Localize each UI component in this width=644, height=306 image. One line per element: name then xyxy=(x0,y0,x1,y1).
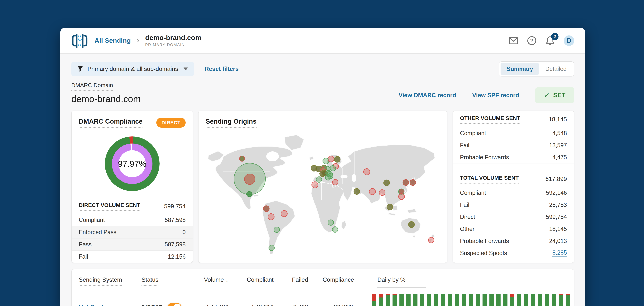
daily-bars-chart xyxy=(354,293,570,306)
origin-dot[interactable] xyxy=(354,188,360,194)
origin-dot[interactable] xyxy=(332,179,338,185)
origin-dot[interactable] xyxy=(408,222,414,228)
origin-dot[interactable] xyxy=(384,180,390,186)
volume-row[interactable]: Suspected Spoofs8,285 xyxy=(453,247,574,259)
help-icon[interactable]: ? xyxy=(527,36,536,45)
origin-dot[interactable] xyxy=(312,182,318,188)
daily-bar[interactable] xyxy=(545,294,549,306)
daily-bar[interactable] xyxy=(552,294,556,306)
daily-bar[interactable] xyxy=(476,294,480,306)
origin-dot[interactable] xyxy=(369,188,376,195)
col-failed[interactable]: Failed xyxy=(274,277,308,283)
tab-detailed[interactable]: Detailed xyxy=(539,63,573,75)
origin-dot[interactable] xyxy=(428,237,434,243)
col-compliance[interactable]: Compliance xyxy=(308,277,354,283)
daily-bar[interactable] xyxy=(455,294,459,306)
toggle-knob xyxy=(174,304,181,306)
origin-dot[interactable] xyxy=(410,179,416,185)
daily-bar[interactable] xyxy=(392,294,397,306)
map-greenland xyxy=(285,135,304,150)
origins-card-header: Sending Origins xyxy=(198,111,447,128)
daily-bar[interactable] xyxy=(441,294,445,306)
col-daily-by-pct[interactable]: Daily by % xyxy=(354,277,567,288)
breadcrumb-all-sending[interactable]: All Sending xyxy=(94,37,131,44)
daily-bar[interactable] xyxy=(427,294,431,306)
origin-dot[interactable] xyxy=(328,156,334,162)
volume-row: Fail25,753 xyxy=(453,199,574,211)
daily-bar[interactable] xyxy=(469,294,473,306)
dmarc-set-badge: ✓ SET xyxy=(535,87,574,103)
origin-dot[interactable] xyxy=(398,194,404,200)
daily-bar[interactable] xyxy=(448,294,452,306)
daily-bar[interactable] xyxy=(379,294,383,306)
map-new-guinea xyxy=(407,209,417,213)
origin-dot[interactable] xyxy=(364,168,370,175)
view-dmarc-record-link[interactable]: View DMARC record xyxy=(399,92,456,99)
daily-bar[interactable] xyxy=(510,294,514,306)
origin-dot[interactable] xyxy=(240,156,245,161)
daily-bar[interactable] xyxy=(462,294,466,306)
origin-dot[interactable] xyxy=(403,179,409,185)
origin-dot[interactable] xyxy=(387,204,393,210)
daily-bar[interactable] xyxy=(496,294,500,306)
daily-bar[interactable] xyxy=(538,294,542,306)
svg-text:?: ? xyxy=(530,38,534,43)
origin-dot[interactable] xyxy=(330,165,336,171)
origin-dot[interactable] xyxy=(281,211,288,217)
daily-bar[interactable] xyxy=(372,294,376,306)
chevron-down-icon xyxy=(184,67,188,70)
volume-panel-card: OTHER VOLUME SENT18,145Compliant4,548Fai… xyxy=(452,111,574,263)
avatar[interactable]: D xyxy=(564,35,574,46)
daily-bar[interactable] xyxy=(413,294,418,306)
daily-bar[interactable] xyxy=(400,294,404,306)
daily-bar[interactable] xyxy=(386,294,390,306)
origin-dot[interactable] xyxy=(334,156,340,162)
daily-bar[interactable] xyxy=(406,294,410,306)
daily-bar[interactable] xyxy=(490,294,494,306)
notifications-bell-icon[interactable]: 2 xyxy=(545,36,555,45)
origin-dot[interactable] xyxy=(274,227,280,232)
origin-dot[interactable] xyxy=(269,245,274,251)
status-toggle[interactable] xyxy=(168,303,182,306)
domain-filter-dropdown[interactable]: Primary domain & all sub-domains xyxy=(71,62,194,76)
daily-bar[interactable] xyxy=(482,294,487,306)
direct-volume-sent-value: 599,754 xyxy=(164,203,186,210)
origin-dot[interactable] xyxy=(326,175,331,180)
volume-row: Fail13,597 xyxy=(453,139,574,151)
daily-bar[interactable] xyxy=(559,294,563,306)
daily-bar[interactable] xyxy=(434,294,438,306)
mail-icon[interactable] xyxy=(508,36,518,45)
reset-filters-link[interactable]: Reset filters xyxy=(204,66,238,72)
origin-dot[interactable] xyxy=(268,214,274,220)
sending-systems-table-card: Sending System Status Volume ↓ Compliant… xyxy=(71,269,574,306)
origin-dot[interactable] xyxy=(332,227,338,232)
sending-system-link[interactable]: HubSpot xyxy=(79,304,104,306)
origin-dot[interactable] xyxy=(379,190,385,196)
daily-bar[interactable] xyxy=(531,294,535,306)
daily-bar[interactable] xyxy=(517,294,521,306)
origin-dot[interactable] xyxy=(263,206,269,212)
col-status[interactable]: Status xyxy=(137,277,185,286)
set-label: SET xyxy=(553,92,566,99)
daily-bar[interactable] xyxy=(503,294,508,306)
sort-desc-icon: ↓ xyxy=(226,277,228,283)
origin-dot[interactable] xyxy=(316,177,322,182)
view-spf-record-link[interactable]: View SPF record xyxy=(472,92,519,99)
breadcrumb-domain-block: demo-brand.com PRIMARY DOMAIN xyxy=(145,34,202,47)
origin-dot[interactable] xyxy=(247,191,252,197)
table-row: HubSpot DIRECT 547,406 543,916 3,490 99.… xyxy=(72,293,574,306)
compliance-value: 99.36% xyxy=(308,304,354,306)
volume-row: Compliant592,146 xyxy=(453,187,574,199)
col-sending-system[interactable]: Sending System xyxy=(79,277,137,286)
volume-row: Compliant4,548 xyxy=(453,127,574,139)
origin-dot[interactable] xyxy=(328,220,334,225)
daily-bar[interactable] xyxy=(420,294,424,306)
world-map[interactable] xyxy=(198,130,447,263)
col-compliant[interactable]: Compliant xyxy=(228,277,274,283)
tab-summary[interactable]: Summary xyxy=(500,63,539,75)
origin-dot[interactable] xyxy=(244,174,255,184)
col-volume[interactable]: Volume ↓ xyxy=(185,277,228,283)
daily-bar[interactable] xyxy=(566,294,570,306)
daily-bar[interactable] xyxy=(524,294,528,306)
app-bar: All Sending › demo-brand.com PRIMARY DOM… xyxy=(60,28,585,54)
